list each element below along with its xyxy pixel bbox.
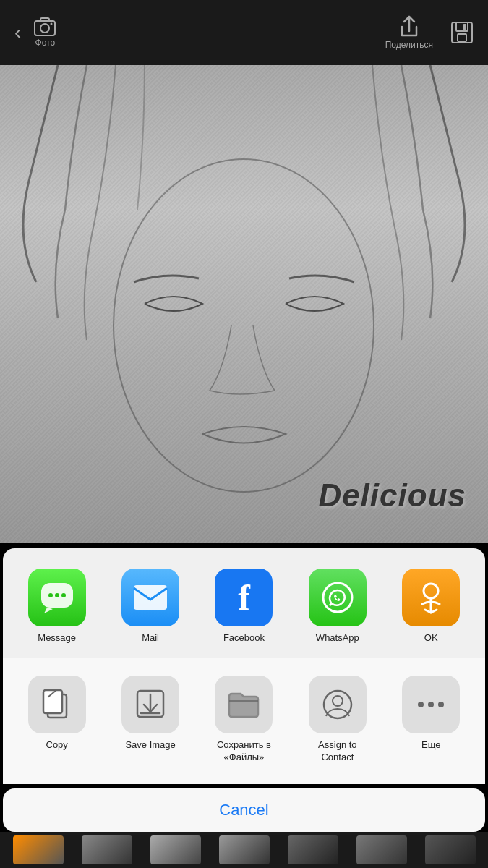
svg-rect-13 [134,585,167,610]
action-save-image[interactable]: Save Image [114,676,187,752]
strip-thumb-6[interactable] [356,835,407,864]
action-more[interactable]: Еще [395,676,467,752]
assign-contact-label: Assign to Contact [301,739,374,764]
cancel-label: Cancel [219,801,268,820]
assign-contact-icon-box [309,676,367,733]
app-message-label: Message [38,632,76,643]
watermark: Delicious [318,477,466,514]
back-button[interactable]: ‹ [14,21,21,44]
save-image-icon-box [121,676,179,733]
app-message[interactable]: Message [21,569,93,643]
folder-icon [228,691,260,718]
strip-thumb-4[interactable] [219,835,270,864]
svg-point-15 [424,584,438,598]
ok-icon [402,569,460,626]
strip-thumb-1[interactable] [13,835,64,864]
app-whatsapp[interactable]: WhatsApp [301,569,374,643]
copy-icon-box [28,676,86,733]
strip-thumb-7[interactable] [425,835,476,864]
person-icon [322,689,354,720]
top-bar: ‹ Фото Поделиться [0,0,488,65]
camera-button[interactable]: Фото [34,17,56,48]
bottom-strip [0,832,488,868]
strip-thumb-3[interactable] [150,835,201,864]
actions-row: Copy Save Image [3,658,485,784]
app-mail-label: Mail [142,632,159,643]
strip-thumb-5[interactable] [288,835,338,864]
app-facebook[interactable]: f Facebook [207,569,280,643]
svg-point-1 [40,24,49,33]
svg-point-22 [428,702,434,707]
app-whatsapp-label: WhatsApp [316,632,359,643]
svg-point-11 [55,593,59,597]
svg-rect-6 [458,34,466,41]
save-button[interactable] [450,21,474,44]
facebook-icon: f [215,569,273,626]
svg-point-14 [323,583,352,612]
svg-rect-7 [463,24,466,30]
svg-rect-2 [40,18,49,22]
svg-point-3 [51,23,53,25]
save-image-label: Save Image [125,739,175,752]
app-ok-label: OK [424,632,438,643]
svg-point-19 [324,691,351,718]
action-copy[interactable]: Copy [21,676,93,752]
mail-icon [121,569,179,626]
whatsapp-icon [309,569,367,626]
save-files-label: Сохранить в «Файлы» [207,739,280,764]
share-sheet: Message Mail f Facebook [0,548,488,832]
more-icon-box [402,676,460,733]
share-label: Поделиться [385,40,433,50]
app-ok[interactable]: OK [395,569,467,643]
main-image: Delicious [0,65,488,542]
camera-label: Фото [35,38,56,48]
svg-point-23 [438,702,444,707]
app-facebook-label: Facebook [223,632,265,643]
svg-point-8 [114,159,374,492]
message-icon [28,569,86,626]
svg-point-21 [418,702,424,707]
more-icon [415,697,447,712]
more-label: Еще [421,739,440,752]
apps-row: Message Mail f Facebook [3,548,485,658]
share-button[interactable]: Поделиться [385,15,433,50]
svg-rect-4 [452,22,472,43]
svg-point-20 [333,696,343,706]
save-files-icon-box [215,676,273,733]
cancel-button[interactable]: Cancel [3,788,485,832]
app-mail[interactable]: Mail [114,569,187,643]
save-image-icon [135,689,166,720]
svg-point-10 [48,593,53,597]
action-save-files[interactable]: Сохранить в «Файлы» [207,676,280,764]
copy-icon [42,689,72,720]
strip-thumb-2[interactable] [82,835,132,864]
copy-label: Copy [46,739,68,752]
action-assign-contact[interactable]: Assign to Contact [301,676,374,764]
svg-point-12 [61,593,66,597]
